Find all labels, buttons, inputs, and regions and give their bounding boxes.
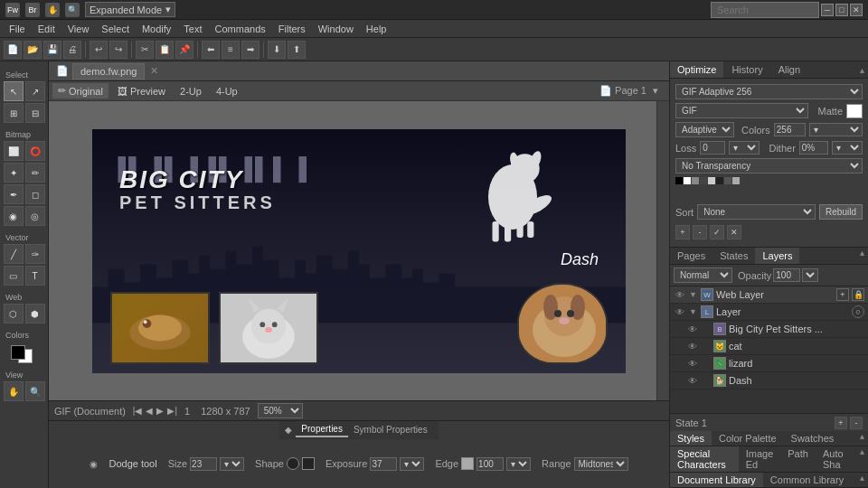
redo-button[interactable]: ↪ <box>109 41 127 59</box>
subselect-tool[interactable]: ↗ <box>25 81 45 101</box>
play-button[interactable]: ▶ <box>156 406 164 416</box>
align-center-button[interactable]: ≡ <box>222 41 240 59</box>
tab-common-library[interactable]: Common Library <box>763 473 851 487</box>
optimize-collapse-btn[interactable]: ▴ <box>856 65 868 75</box>
tab-preview[interactable]: 🖼 Preview <box>112 84 171 99</box>
layer-item-dash[interactable]: 👁 🐕 Dash <box>670 372 868 389</box>
tab-4up[interactable]: 4-Up <box>211 84 243 99</box>
type-select[interactable]: GIF <box>675 103 808 118</box>
tab-2up[interactable]: 2-Up <box>175 84 207 99</box>
pencil-tool[interactable]: ✒ <box>4 184 24 204</box>
palette-tool-3[interactable]: ✓ <box>710 225 724 239</box>
align-right-button[interactable]: ➡ <box>241 41 259 59</box>
canvas-vscroll[interactable] <box>656 101 669 400</box>
tab-properties[interactable]: Properties <box>296 422 348 437</box>
brush-tool[interactable]: ✏ <box>25 163 45 183</box>
styles-collapse-btn[interactable]: ▴ <box>856 431 868 446</box>
menu-modify[interactable]: Modify <box>137 22 176 36</box>
text-tool[interactable]: T <box>25 266 45 286</box>
layer-item-web[interactable]: 👁 ▼ W Web Layer + 🔒 <box>670 286 868 304</box>
doc-tab-close[interactable]: ✕ <box>150 65 158 77</box>
matte-color[interactable] <box>846 104 863 118</box>
edge-dropdown[interactable]: ▾ <box>506 457 531 471</box>
tab-doc-library[interactable]: Document Library <box>670 473 763 487</box>
mode-selector[interactable]: Expanded Mode ▾ <box>85 2 175 17</box>
edge-input[interactable] <box>476 457 504 471</box>
menu-commands[interactable]: Commands <box>210 22 271 36</box>
rebuild-button[interactable]: Rebuild <box>819 204 863 220</box>
layer-item-bigcity[interactable]: 👁 B Big City Pet Sitters ... <box>670 321 868 338</box>
tab-align[interactable]: Align <box>771 61 808 78</box>
tab-symbol-properties[interactable]: Symbol Properties <box>348 423 433 436</box>
transparency-select[interactable]: No Transparency <box>675 158 863 174</box>
blend-mode-select[interactable]: Normal <box>674 267 732 283</box>
copy-button[interactable]: 📋 <box>156 41 174 59</box>
doc-tab-item[interactable]: demo.fw.png <box>72 63 145 80</box>
import-button[interactable]: ⬇ <box>268 41 286 59</box>
crop-tool[interactable]: ⊟ <box>25 103 45 123</box>
web-layer-lock[interactable]: 🔒 <box>852 288 864 301</box>
slice-tool[interactable]: ⬢ <box>25 304 45 324</box>
open-button[interactable]: 📂 <box>24 41 42 59</box>
format-preset-select[interactable]: GIF Adaptive 256 <box>675 84 863 99</box>
dodge-tool[interactable]: ◎ <box>25 206 45 226</box>
sort-select[interactable]: None <box>697 204 816 220</box>
menu-window[interactable]: Window <box>313 22 359 36</box>
layer-item-lizard[interactable]: 👁 🦎 lizard <box>670 355 868 372</box>
exposure-dropdown[interactable]: ▾ <box>400 457 424 471</box>
tab-original[interactable]: ✏ Original <box>52 83 108 99</box>
save-button[interactable]: 💾 <box>43 41 61 59</box>
palette-select[interactable]: Adaptive <box>675 122 734 137</box>
special-collapse-btn[interactable]: ▴ <box>856 446 868 472</box>
dash-visibility[interactable]: 👁 <box>686 374 699 387</box>
tab-swatches[interactable]: Swatches <box>784 431 842 446</box>
magic-wand-tool[interactable]: ✦ <box>4 163 24 183</box>
bigcity-visibility[interactable]: 👁 <box>686 323 699 335</box>
paste-button[interactable]: 📌 <box>175 41 193 59</box>
shape-square[interactable] <box>302 457 315 470</box>
canvas-wrapper[interactable]: ▐▌▐▌▐▐▌▐▌▌▐ BIG CITY PET SITTERS <box>49 101 669 400</box>
layer-item-main[interactable]: 👁 ▼ L Layer ○ <box>670 304 868 321</box>
tab-history[interactable]: History <box>724 61 770 78</box>
cat-visibility[interactable]: 👁 <box>686 340 699 352</box>
lizard-visibility[interactable]: 👁 <box>686 357 699 370</box>
zoom-select[interactable]: 50% <box>258 403 303 418</box>
rect-tool[interactable]: ▭ <box>4 266 24 286</box>
opacity-input[interactable] <box>773 268 800 282</box>
colors-dropdown[interactable]: ▾ <box>809 123 863 136</box>
loss-dropdown[interactable]: ▾ <box>729 141 760 155</box>
delete-state-button[interactable]: - <box>850 417 863 429</box>
line-tool[interactable]: ╱ <box>4 244 24 264</box>
close-button[interactable]: ✕ <box>850 4 863 16</box>
web-layer-expand[interactable]: ▼ <box>689 290 698 299</box>
tab-layers[interactable]: Layers <box>755 248 799 264</box>
menu-view[interactable]: View <box>62 22 95 36</box>
menu-filters[interactable]: Filters <box>273 22 311 36</box>
tab-auto-shape[interactable]: Auto Sha <box>816 446 856 472</box>
zoom-view-tool[interactable]: 🔍 <box>25 381 45 401</box>
hotspot-tool[interactable]: ⬡ <box>4 304 24 324</box>
menu-help[interactable]: Help <box>361 22 392 36</box>
add-state-button[interactable]: + <box>835 417 847 429</box>
new-button[interactable]: 📄 <box>4 41 22 59</box>
next-page-button[interactable]: ▶| <box>167 406 177 416</box>
dither-dropdown[interactable]: ▾ <box>832 141 863 155</box>
print-button[interactable]: 🖨 <box>63 41 81 59</box>
maximize-button[interactable]: □ <box>835 4 848 16</box>
main-layer-expand[interactable]: ▼ <box>689 307 698 316</box>
shape-circle[interactable] <box>287 457 299 470</box>
eraser-tool[interactable]: ◻ <box>25 184 45 204</box>
tab-color-palette[interactable]: Color Palette <box>712 431 784 446</box>
first-page-button[interactable]: |◀ <box>133 406 143 416</box>
minimize-button[interactable]: ─ <box>821 4 834 16</box>
palette-tool-4[interactable]: ✕ <box>727 225 741 239</box>
fill-color[interactable] <box>11 345 25 360</box>
tab-optimize[interactable]: Optimize <box>670 61 724 78</box>
search-input[interactable] <box>711 2 819 18</box>
library-collapse-btn[interactable]: ▴ <box>856 473 868 487</box>
menu-file[interactable]: File <box>4 22 31 36</box>
pen-tool[interactable]: ✑ <box>25 244 45 264</box>
tab-pages[interactable]: Pages <box>670 248 712 264</box>
edge-swatch[interactable] <box>461 457 474 470</box>
opacity-dropdown[interactable]: ▾ <box>802 268 818 282</box>
